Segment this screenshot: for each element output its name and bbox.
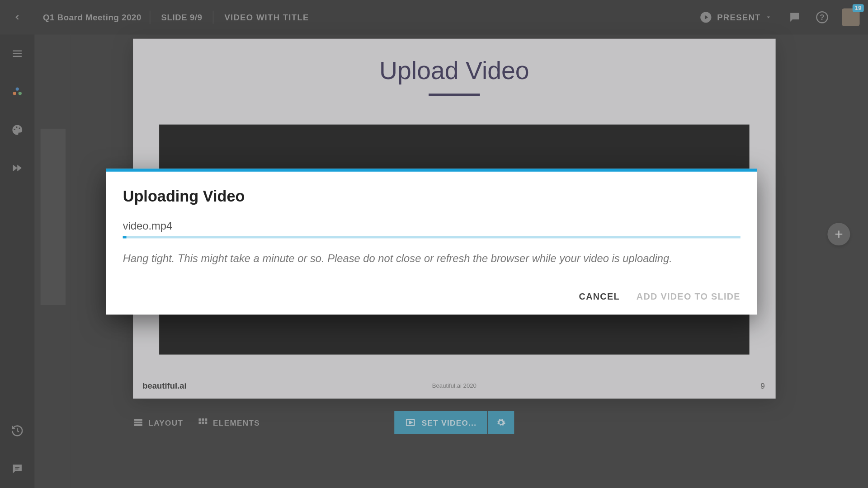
- upload-filename: video.mp4: [123, 220, 741, 233]
- svg-rect-24: [199, 422, 201, 424]
- title-underline: [429, 94, 480, 96]
- video-settings-button[interactable]: [488, 411, 514, 434]
- svg-marker-2: [767, 17, 770, 19]
- svg-text:?: ?: [820, 13, 824, 22]
- thumbnail[interactable]: [41, 129, 66, 305]
- layout-button[interactable]: LAYOUT: [133, 417, 183, 428]
- caret-down-icon: [765, 14, 771, 20]
- slide-page-number: 9: [760, 381, 765, 390]
- slide-title[interactable]: Upload Video: [133, 56, 776, 85]
- play-circle-icon: [699, 11, 712, 24]
- animate-button[interactable]: [10, 161, 24, 175]
- colors-button[interactable]: [10, 123, 24, 137]
- gear-icon: [496, 418, 506, 427]
- svg-point-13: [19, 127, 20, 129]
- svg-rect-21: [199, 418, 201, 421]
- bottom-toolbar: LAYOUT ELEMENTS SET VIDEO...: [133, 406, 776, 438]
- elements-button[interactable]: ELEMENTS: [198, 417, 260, 428]
- grid-icon: [198, 417, 208, 428]
- svg-rect-23: [205, 418, 208, 421]
- fast-forward-icon: [11, 161, 24, 174]
- left-rail: [0, 34, 34, 488]
- svg-marker-28: [410, 421, 412, 424]
- present-button[interactable]: PRESENT: [690, 11, 781, 24]
- notes-icon: [11, 462, 24, 475]
- svg-point-12: [16, 127, 17, 128]
- slide-footer: Beautiful.ai 2020: [133, 383, 776, 389]
- user-avatar[interactable]: 19: [842, 8, 860, 26]
- svg-point-9: [13, 92, 16, 95]
- layout-icon: [133, 417, 144, 428]
- notes-button[interactable]: [10, 462, 24, 476]
- elements-label: ELEMENTS: [213, 418, 260, 427]
- svg-point-10: [19, 92, 22, 95]
- dialog-title: Uploading Video: [123, 187, 741, 206]
- svg-rect-22: [202, 418, 204, 421]
- presentation-title[interactable]: Q1 Board Meeting 2020: [34, 13, 150, 22]
- notification-badge: 19: [853, 4, 864, 12]
- help-icon: ?: [816, 11, 829, 24]
- svg-point-11: [14, 129, 15, 130]
- dots-cluster-icon: [11, 85, 24, 99]
- svg-point-8: [16, 87, 19, 90]
- top-bar: Q1 Board Meeting 2020 SLIDE 9/9 VIDEO WI…: [0, 0, 868, 34]
- history-icon: [11, 424, 24, 437]
- add-video-button: ADD VIDEO TO SLIDE: [637, 291, 741, 301]
- present-label: PRESENT: [717, 13, 760, 22]
- upload-progress-bar: [123, 236, 741, 238]
- palette-icon: [11, 123, 24, 136]
- template-name[interactable]: VIDEO WITH TITLE: [214, 13, 320, 22]
- upload-message: Hang tight. This might take a minute or …: [123, 251, 741, 266]
- back-button[interactable]: [0, 13, 34, 21]
- svg-rect-25: [202, 422, 204, 424]
- menu-button[interactable]: [10, 47, 24, 61]
- add-slide-button[interactable]: +: [827, 223, 850, 245]
- slide-indicator[interactable]: SLIDE 9/9: [151, 13, 213, 22]
- set-video-label: SET VIDEO...: [422, 418, 477, 427]
- layout-label: LAYOUT: [148, 418, 183, 427]
- svg-marker-15: [17, 165, 22, 172]
- upload-dialog: Uploading Video video.mp4 Hang tight. Th…: [106, 169, 757, 314]
- cancel-button[interactable]: CANCEL: [579, 291, 620, 301]
- plus-icon: +: [835, 226, 843, 243]
- history-button[interactable]: [10, 424, 24, 438]
- upload-progress-fill: [123, 236, 127, 238]
- svg-marker-14: [13, 165, 18, 172]
- svg-rect-19: [134, 422, 142, 423]
- dialog-accent-bar: [106, 169, 757, 172]
- comments-button[interactable]: [788, 11, 801, 24]
- set-video-button[interactable]: SET VIDEO...: [394, 411, 487, 434]
- menu-icon: [11, 47, 24, 60]
- svg-rect-20: [134, 424, 142, 426]
- chevron-left-icon: [13, 13, 21, 21]
- video-play-icon: [405, 417, 416, 428]
- slide-thumbnails[interactable]: [34, 34, 70, 488]
- svg-rect-26: [205, 422, 208, 424]
- svg-rect-18: [134, 419, 142, 421]
- help-button[interactable]: ?: [816, 11, 829, 24]
- themes-button[interactable]: [10, 84, 24, 99]
- chat-icon: [788, 11, 801, 24]
